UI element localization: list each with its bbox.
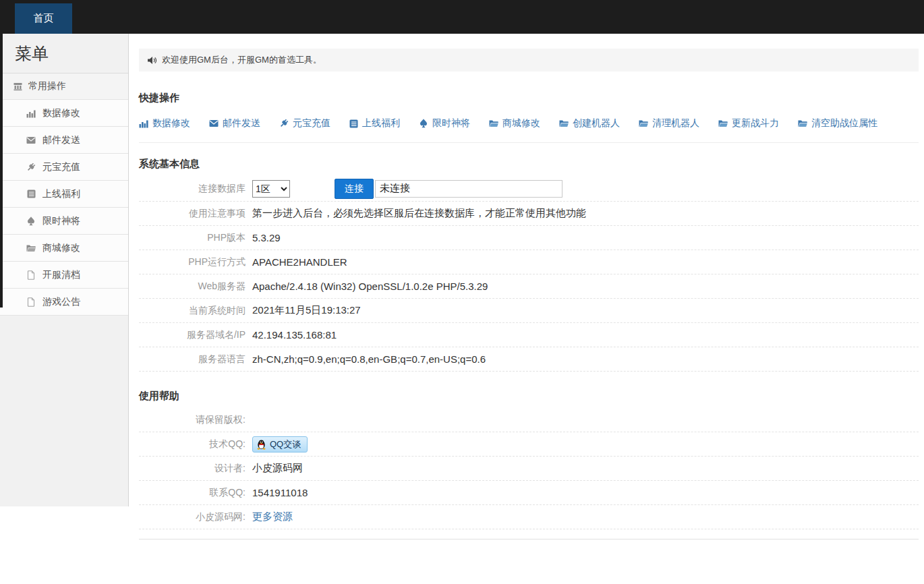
list-icon bbox=[349, 119, 358, 128]
help-row-tech-qq: 技术QQ: QQ交谈 bbox=[139, 432, 919, 457]
info-value: APACHE2HANDLER bbox=[252, 256, 347, 268]
sidebar-item-data-edit[interactable]: 数据修改 bbox=[0, 100, 128, 127]
help-heading: 使用帮助 bbox=[139, 390, 919, 403]
help-row-contact-qq: 联系QQ: 1541911018 bbox=[139, 481, 919, 505]
sidebar-item-mall-edit[interactable]: 商城修改 bbox=[0, 235, 128, 262]
folder-icon bbox=[489, 119, 498, 127]
info-value: 2021年11月5日19:13:27 bbox=[252, 304, 361, 317]
quick-link-limited-hero[interactable]: 限时神将 bbox=[419, 117, 470, 129]
system-info-heading: 系统基本信息 bbox=[139, 158, 919, 171]
sidebar-accent-strip bbox=[0, 34, 3, 308]
folder-icon bbox=[559, 119, 569, 127]
info-value: 5.3.29 bbox=[252, 232, 281, 243]
sidebar-item-server-wipe[interactable]: 开服清档 bbox=[0, 262, 128, 289]
quick-link-mail-send[interactable]: 邮件发送 bbox=[209, 117, 260, 129]
help-value: 小皮源码网 bbox=[252, 462, 303, 475]
plug-icon bbox=[279, 119, 289, 128]
qq-chat-button[interactable]: QQ交谈 bbox=[252, 436, 308, 452]
spade-icon bbox=[26, 216, 36, 226]
sidebar-item-yuanbao-recharge[interactable]: 元宝充值 bbox=[0, 154, 128, 181]
quick-link-clear-assist-attrs[interactable]: 清空助战位属性 bbox=[798, 117, 877, 129]
sidebar-item-mail-send[interactable]: 邮件发送 bbox=[0, 127, 128, 154]
sidebar-item-limited-hero[interactable]: 限时神将 bbox=[0, 208, 128, 235]
quick-link-clean-robot[interactable]: 清理机器人 bbox=[639, 117, 699, 129]
quick-actions-row: 数据修改 邮件发送 元宝充值 上线福利 限时神将 bbox=[139, 117, 919, 143]
envelope-icon bbox=[209, 119, 219, 127]
spade-icon bbox=[419, 119, 428, 128]
welcome-alert-text: 欢迎使用GM后台，开服GM的首选工具。 bbox=[162, 54, 322, 66]
connect-button[interactable]: 连接 bbox=[335, 179, 374, 199]
main-content: 欢迎使用GM后台，开服GM的首选工具。 快捷操作 数据修改 邮件发送 元宝充值 bbox=[129, 49, 924, 539]
folder-icon bbox=[26, 244, 36, 252]
file-icon bbox=[26, 297, 36, 307]
help-table: 请保留版权: 技术QQ: bbox=[139, 408, 919, 529]
quick-link-yuanbao-recharge[interactable]: 元宝充值 bbox=[279, 117, 330, 129]
info-row-server-ip: 服务器域名/IP 42.194.135.168:81 bbox=[139, 323, 919, 347]
help-value: 1541911018 bbox=[252, 487, 308, 498]
quick-link-mall-edit[interactable]: 商城修改 bbox=[489, 117, 540, 129]
info-row-php-sapi: PHP运行方式 APACHE2HANDLER bbox=[139, 250, 919, 274]
list-icon bbox=[26, 189, 36, 198]
plug-icon bbox=[26, 163, 36, 172]
connect-db-label: 连接数据库 bbox=[139, 183, 246, 195]
sidebar-group-label: 常用操作 bbox=[28, 80, 66, 92]
quick-link-update-power[interactable]: 更新战斗力 bbox=[718, 117, 779, 129]
sidebar-item-online-welfare[interactable]: 上线福利 bbox=[0, 181, 128, 208]
zone-select[interactable]: 1区 bbox=[252, 180, 290, 198]
info-value: 第一步进入后台，必须先选择区服后在连接数据库，才能正常使用其他功能 bbox=[252, 207, 586, 220]
sidebar-title: 菜单 bbox=[0, 34, 128, 73]
file-icon bbox=[26, 270, 36, 280]
info-value: Apache/2.4.18 (Win32) OpenSSL/1.0.2e PHP… bbox=[252, 281, 488, 292]
info-row-php-version: PHP版本 5.3.29 bbox=[139, 226, 919, 250]
folder-icon bbox=[718, 119, 728, 127]
quick-link-data-edit[interactable]: 数据修改 bbox=[139, 117, 190, 129]
bottom-divider bbox=[139, 539, 919, 539]
help-row-resources: 小皮源码网: 更多资源 bbox=[139, 505, 919, 529]
folder-icon bbox=[798, 119, 807, 127]
tab-home[interactable]: 首页 bbox=[15, 3, 72, 34]
info-value: 42.194.135.168:81 bbox=[252, 329, 337, 341]
top-navbar: 首页 bbox=[0, 0, 924, 34]
connection-status-input[interactable] bbox=[375, 180, 562, 198]
connect-db-row: 连接数据库 1区 连接 bbox=[139, 176, 919, 202]
speaker-icon bbox=[148, 56, 157, 65]
info-row-notice: 使用注意事项 第一步进入后台，必须先选择区服后在连接数据库，才能正常使用其他功能 bbox=[139, 202, 919, 226]
sidebar: 菜单 常用操作 数据修改 邮件发送 bbox=[0, 34, 129, 506]
quick-link-online-welfare[interactable]: 上线福利 bbox=[349, 117, 400, 129]
folder-icon bbox=[639, 119, 648, 127]
bar-chart-icon bbox=[26, 109, 36, 118]
more-resources-link[interactable]: 更多资源 bbox=[252, 510, 293, 523]
quick-link-create-robot[interactable]: 创建机器人 bbox=[559, 117, 620, 129]
info-value: zh-CN,zh;q=0.9,en;q=0.8,en-GB;q=0.7,en-U… bbox=[252, 353, 486, 365]
info-row-web-server: Web服务器 Apache/2.4.18 (Win32) OpenSSL/1.0… bbox=[139, 274, 919, 299]
sidebar-item-game-notice[interactable]: 游戏公告 bbox=[0, 289, 128, 316]
building-icon bbox=[12, 82, 23, 91]
sidebar-menu: 数据修改 邮件发送 元宝充值 上线福利 bbox=[0, 100, 128, 316]
info-row-system-time: 当前系统时间 2021年11月5日19:13:27 bbox=[139, 299, 919, 323]
sidebar-group-common-operations[interactable]: 常用操作 bbox=[0, 73, 128, 100]
system-info-table: 连接数据库 1区 连接 使用注意事项 第一步进入后台，必须先选择区服后在连接数据… bbox=[139, 176, 919, 372]
envelope-icon bbox=[26, 136, 36, 144]
help-row-designer: 设计者: 小皮源码网 bbox=[139, 457, 919, 481]
info-row-server-language: 服务器语言 zh-CN,zh;q=0.9,en;q=0.8,en-GB;q=0.… bbox=[139, 347, 919, 372]
welcome-alert: 欢迎使用GM后台，开服GM的首选工具。 bbox=[139, 49, 919, 71]
help-row-copyright: 请保留版权: bbox=[139, 408, 919, 432]
bar-chart-icon bbox=[139, 119, 148, 128]
qq-penguin-icon bbox=[256, 439, 266, 450]
quick-actions-heading: 快捷操作 bbox=[139, 92, 919, 105]
